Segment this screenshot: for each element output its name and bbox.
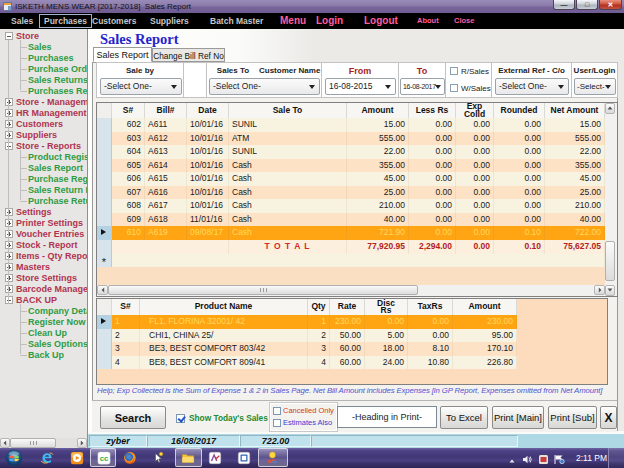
checkbox-box[interactable] <box>273 407 281 415</box>
row-selector[interactable] <box>97 145 112 159</box>
estimates-also-checkbox[interactable]: Estimates Also <box>273 418 332 427</box>
wsales-checkbox[interactable]: W/Sales <box>450 84 491 93</box>
menu-item-purchases[interactable]: Purchases <box>39 14 92 28</box>
start-button[interactable] <box>5 449 23 467</box>
tray-app-icon[interactable] <box>538 451 549 468</box>
tree-expand-icon[interactable] <box>5 98 13 106</box>
menu-item-suppliers[interactable]: Suppliers <box>150 13 189 29</box>
row-selector[interactable] <box>97 132 112 146</box>
column-header[interactable]: Amount <box>347 103 409 118</box>
tray-expand-icon[interactable] <box>508 451 516 468</box>
search-button[interactable]: Search <box>100 406 166 429</box>
column-header[interactable]: S# <box>112 103 145 118</box>
ie-browser-icon[interactable] <box>40 451 54 465</box>
column-header[interactable]: Net Amount <box>545 103 605 118</box>
row-selector[interactable] <box>97 315 112 329</box>
scroll-up-arrow[interactable] <box>605 103 615 114</box>
tree-expand-icon[interactable] <box>5 131 13 139</box>
heading-in-print-input[interactable]: -Heading in Print- <box>337 406 437 428</box>
column-header[interactable]: Rounded <box>494 103 545 118</box>
tree-expand-icon[interactable] <box>5 296 13 304</box>
row-selector[interactable] <box>97 199 112 213</box>
tree-expand-icon[interactable] <box>5 263 13 271</box>
row-selector[interactable] <box>97 172 112 186</box>
media-player-icon[interactable] <box>70 451 84 465</box>
table-row[interactable]: 606A61510/01/16Cash45.000.000.000.0045.0… <box>97 172 605 186</box>
menu-item-logout[interactable]: Logout <box>364 13 398 29</box>
row-selector[interactable] <box>97 159 112 173</box>
row-selector[interactable] <box>97 186 112 200</box>
tree-expand-icon[interactable] <box>5 120 13 128</box>
dropdown-arrow-icon[interactable] <box>434 79 443 94</box>
column-header[interactable]: Qty <box>308 299 330 315</box>
column-header[interactable]: Date <box>187 103 229 118</box>
table-row[interactable]: 603A61210/01/16ATM555.000.000.000.00555.… <box>97 132 605 146</box>
table-row[interactable]: 3BE3, BEST COMFORT 803/42360.0018.008.10… <box>97 342 517 356</box>
checkbox-box[interactable] <box>450 84 458 92</box>
scroll-left-arrow[interactable] <box>97 285 108 295</box>
close-button[interactable]: ✕ <box>599 0 622 10</box>
scroll-thumb[interactable] <box>10 438 56 448</box>
show-today-checkbox[interactable]: Show Today's Sales <box>176 413 268 423</box>
tree-expand-icon[interactable] <box>5 142 13 150</box>
table-row[interactable]: 609A61811/01/16Cash40.000.000.000.0040.0… <box>97 213 605 227</box>
external-ref-dropdown[interactable]: -Select One- <box>495 78 569 95</box>
menu-item-sales[interactable]: Sales <box>11 13 33 29</box>
column-header[interactable]: Product Name <box>140 299 308 315</box>
from-date-picker[interactable]: 16-08-2015 <box>325 78 396 95</box>
tree-expand-icon[interactable] <box>5 274 13 282</box>
maximize-button[interactable]: □ <box>576 0 598 10</box>
rsales-checkbox[interactable]: R/Sales <box>450 67 489 76</box>
tree-expand-icon[interactable] <box>5 241 13 249</box>
dropdown-arrow-icon[interactable] <box>384 79 393 94</box>
dropdown-arrow-icon[interactable] <box>604 79 613 94</box>
to-date-picker[interactable]: 16-08-2017 <box>400 78 445 95</box>
scroll-right-arrow[interactable] <box>594 285 605 295</box>
customer-dropdown[interactable]: -Select One- <box>209 78 320 95</box>
row-selector[interactable] <box>97 356 112 370</box>
scroll-thumb[interactable] <box>108 285 418 295</box>
tree-expand-icon[interactable] <box>5 208 13 216</box>
scroll-right-arrow[interactable] <box>77 438 87 448</box>
user-login-dropdown[interactable]: -Select- <box>574 78 616 95</box>
notes-app-icon[interactable] <box>208 451 222 465</box>
show-desktop-button[interactable] <box>608 448 624 468</box>
tab-change-bill-ref-no[interactable]: Change Bill Ref No <box>152 48 225 62</box>
sale-by-dropdown[interactable]: -Select One- <box>100 78 182 95</box>
column-header[interactable]: Sale To <box>229 103 347 118</box>
checkbox-checked-icon[interactable] <box>176 414 185 423</box>
menu-item-login[interactable]: Login <box>316 13 343 29</box>
photo-app-icon[interactable] <box>265 451 279 465</box>
row-selector[interactable] <box>97 213 112 227</box>
checkbox-box[interactable] <box>450 67 458 75</box>
firefox-icon[interactable] <box>123 451 137 465</box>
folder-explorer-icon[interactable] <box>181 451 195 465</box>
table-row[interactable]: 605A61410/01/16Cash355.000.000.000.00355… <box>97 159 605 173</box>
column-header[interactable]: Less Rs <box>409 103 456 118</box>
menu-item-batch-master[interactable]: Batch Master <box>210 13 263 29</box>
tree-expand-icon[interactable] <box>5 32 13 40</box>
row-selector[interactable] <box>97 118 112 132</box>
table-row[interactable]: 604A61310/01/16SUNIL22.000.000.000.0022.… <box>97 145 605 159</box>
taskbar-clock[interactable]: 2:11 PM <box>576 453 607 463</box>
tree-expand-icon[interactable] <box>5 285 13 293</box>
column-header[interactable]: ExpColld <box>456 103 494 118</box>
cancelled-only-checkbox[interactable]: Cancelled Only <box>273 406 334 415</box>
dropdown-arrow-icon[interactable] <box>557 79 566 94</box>
tree-expand-icon[interactable] <box>5 219 13 227</box>
table-row[interactable]: 610A61909/08/17Cash721.900.000.000.10722… <box>97 226 605 240</box>
tab-sales-report[interactable]: Sales Report <box>93 47 152 62</box>
column-header[interactable]: DiscRs <box>365 299 408 315</box>
close-form-button[interactable]: X <box>600 406 617 429</box>
sales-grid-vertical-scrollbar[interactable] <box>605 103 617 296</box>
column-header[interactable]: TaxRs <box>408 299 453 315</box>
tree-expand-icon[interactable] <box>5 109 13 117</box>
column-header[interactable]: Rate <box>330 299 365 315</box>
menu-item-close[interactable]: Close <box>454 13 474 29</box>
print-sub-button[interactable]: Print [Sub] <box>548 406 597 429</box>
column-header[interactable]: Bill# <box>145 103 187 118</box>
to-excel-button[interactable]: To Excel <box>440 406 488 429</box>
column-header[interactable]: Amount <box>453 299 517 315</box>
table-row[interactable]: 2CHI1, CHINA 25/250.005.000.0095.00 <box>97 329 517 343</box>
dropdown-arrow-icon[interactable] <box>308 79 317 94</box>
